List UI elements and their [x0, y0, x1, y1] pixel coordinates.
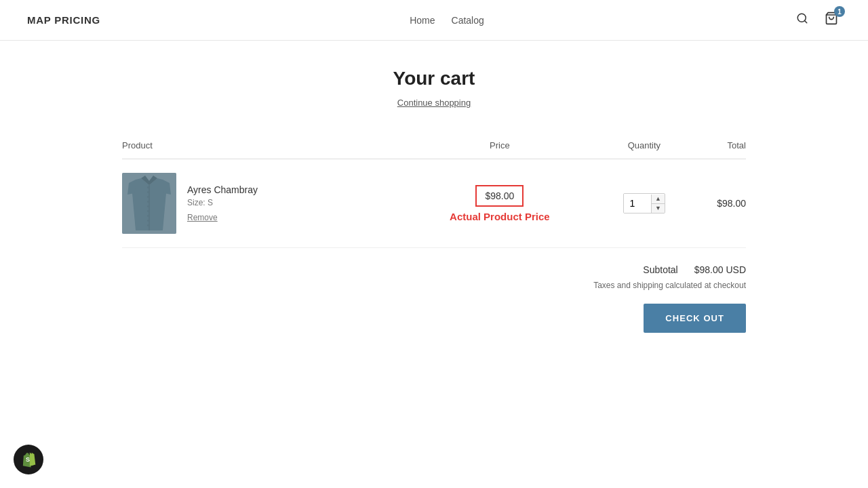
quantity-spinner: ▲ ▼ [651, 195, 665, 213]
total-cell: $98.00 [687, 159, 746, 248]
col-header-quantity: Quantity [601, 135, 687, 159]
checkout-button[interactable]: CHECK OUT [644, 304, 746, 333]
product-image [122, 173, 176, 234]
header-icons: 1 [793, 9, 841, 31]
search-button[interactable] [793, 9, 811, 30]
product-name: Ayres Chambray [187, 184, 258, 195]
cart-button[interactable]: 1 [822, 9, 841, 31]
quantity-input[interactable] [624, 194, 651, 213]
table-header-row: Product Price Quantity Total [122, 135, 746, 159]
cart-table: Product Price Quantity Total [122, 135, 746, 248]
nav-catalog[interactable]: Catalog [452, 15, 484, 26]
col-header-price: Price [398, 135, 601, 159]
col-header-product: Product [122, 135, 398, 159]
subtotal-value: $98.00 USD [694, 264, 746, 275]
quantity-stepper[interactable]: ▲ ▼ [623, 193, 665, 214]
col-header-total: Total [687, 135, 746, 159]
cart-badge: 1 [834, 6, 845, 17]
actual-price-label: Actual Product Price [398, 211, 601, 222]
remove-button[interactable]: Remove [187, 213, 218, 222]
nav-home[interactable]: Home [410, 15, 435, 26]
product-image-svg [122, 173, 176, 234]
main-content: Your cart Continue shopping Product Pric… [108, 41, 760, 360]
svg-line-1 [804, 20, 806, 22]
quantity-increment[interactable]: ▲ [652, 195, 665, 204]
cart-summary: Subtotal $98.00 USD Taxes and shipping c… [122, 264, 746, 333]
main-nav: Home Catalog [410, 15, 484, 26]
price-box: $98.00 [475, 185, 524, 207]
page-title: Your cart [122, 68, 746, 89]
product-cell: Ayres Chambray Size: S Remove [122, 159, 398, 248]
product-details: Ayres Chambray Size: S Remove [187, 184, 258, 222]
search-icon [796, 12, 808, 24]
tax-note: Taxes and shipping calculated at checkou… [593, 281, 746, 290]
product-size: Size: S [187, 198, 258, 207]
site-header: MAP PRICING Home Catalog 1 [0, 0, 868, 41]
quantity-decrement[interactable]: ▼ [652, 204, 665, 213]
price-cell: $98.00 Actual Product Price [398, 159, 601, 248]
subtotal-label: Subtotal [643, 264, 677, 275]
subtotal-row: Subtotal $98.00 USD [643, 264, 746, 275]
site-logo: MAP PRICING [27, 14, 100, 26]
quantity-cell: ▲ ▼ [601, 159, 687, 248]
continue-shopping-link[interactable]: Continue shopping [122, 98, 746, 108]
table-row: Ayres Chambray Size: S Remove $98.00 Act… [122, 159, 746, 248]
